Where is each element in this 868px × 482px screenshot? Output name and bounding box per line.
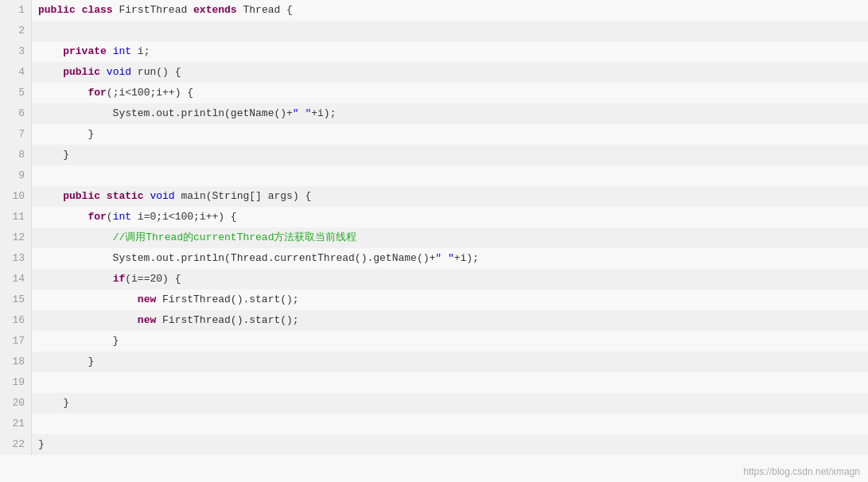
- line-number: 7: [0, 124, 32, 145]
- code-row: 8 }: [0, 145, 868, 165]
- code-content: }: [32, 393, 868, 414]
- code-row: 22}: [0, 434, 868, 455]
- line-number: 2: [0, 21, 32, 41]
- code-content: public void run() {: [32, 62, 868, 83]
- code-content: new FirstThread().start();: [32, 310, 868, 331]
- code-content: [32, 165, 868, 186]
- code-editor: 1public class FirstThread extends Thread…: [0, 0, 868, 482]
- code-content: }: [32, 331, 868, 352]
- code-content: [32, 372, 868, 393]
- code-content: //调用Thread的currentThread方法获取当前线程: [32, 227, 868, 248]
- code-row: 9: [0, 165, 868, 186]
- line-number: 19: [0, 372, 32, 393]
- code-row: 18 }: [0, 352, 868, 372]
- code-row: 3 private int i;: [0, 41, 868, 62]
- line-number: 9: [0, 165, 32, 186]
- line-number: 6: [0, 103, 32, 124]
- code-content: private int i;: [32, 41, 868, 62]
- code-lines: 1public class FirstThread extends Thread…: [0, 0, 868, 455]
- code-content: [32, 414, 868, 434]
- code-row: 1public class FirstThread extends Thread…: [0, 0, 868, 21]
- code-row: 20 }: [0, 393, 868, 414]
- line-number: 18: [0, 352, 32, 372]
- code-row: 10 public static void main(String[] args…: [0, 186, 868, 207]
- code-row: 5 for(;i<100;i++) {: [0, 83, 868, 103]
- line-number: 20: [0, 393, 32, 414]
- line-number: 8: [0, 145, 32, 165]
- code-content: new FirstThread().start();: [32, 290, 868, 310]
- code-row: 17 }: [0, 331, 868, 352]
- code-row: 2: [0, 21, 868, 41]
- line-number: 22: [0, 434, 32, 455]
- code-row: 13 System.out.println(Thread.currentThre…: [0, 248, 868, 269]
- code-row: 14 if(i==20) {: [0, 269, 868, 290]
- code-row: 12 //调用Thread的currentThread方法获取当前线程: [0, 227, 868, 248]
- code-content: }: [32, 352, 868, 372]
- line-number: 12: [0, 227, 32, 248]
- code-row: 16 new FirstThread().start();: [0, 310, 868, 331]
- code-content: System.out.println(Thread.currentThread(…: [32, 248, 868, 269]
- code-row: 4 public void run() {: [0, 62, 868, 83]
- code-row: 19: [0, 372, 868, 393]
- watermark: https://blog.csdn.net/xmagn: [743, 466, 860, 477]
- line-number: 14: [0, 269, 32, 290]
- code-content: }: [32, 434, 868, 455]
- code-content: public static void main(String[] args) {: [32, 186, 868, 207]
- code-row: 15 new FirstThread().start();: [0, 290, 868, 310]
- code-row: 7 }: [0, 124, 868, 145]
- code-content: }: [32, 145, 868, 165]
- code-content: for(;i<100;i++) {: [32, 83, 868, 103]
- line-number: 3: [0, 41, 32, 62]
- code-content: if(i==20) {: [32, 269, 868, 290]
- line-number: 21: [0, 414, 32, 434]
- code-row: 11 for(int i=0;i<100;i++) {: [0, 207, 868, 227]
- line-number: 13: [0, 248, 32, 269]
- line-number: 17: [0, 331, 32, 352]
- code-row: 6 System.out.println(getName()+" "+i);: [0, 103, 868, 124]
- line-number: 10: [0, 186, 32, 207]
- code-row: 21: [0, 414, 868, 434]
- line-number: 1: [0, 0, 32, 21]
- line-number: 11: [0, 207, 32, 227]
- line-number: 15: [0, 290, 32, 310]
- code-content: [32, 21, 868, 41]
- line-number: 4: [0, 62, 32, 83]
- code-content: for(int i=0;i<100;i++) {: [32, 207, 868, 227]
- code-content: public class FirstThread extends Thread …: [32, 0, 868, 21]
- line-number: 5: [0, 83, 32, 103]
- code-content: System.out.println(getName()+" "+i);: [32, 103, 868, 124]
- code-content: }: [32, 124, 868, 145]
- line-number: 16: [0, 310, 32, 331]
